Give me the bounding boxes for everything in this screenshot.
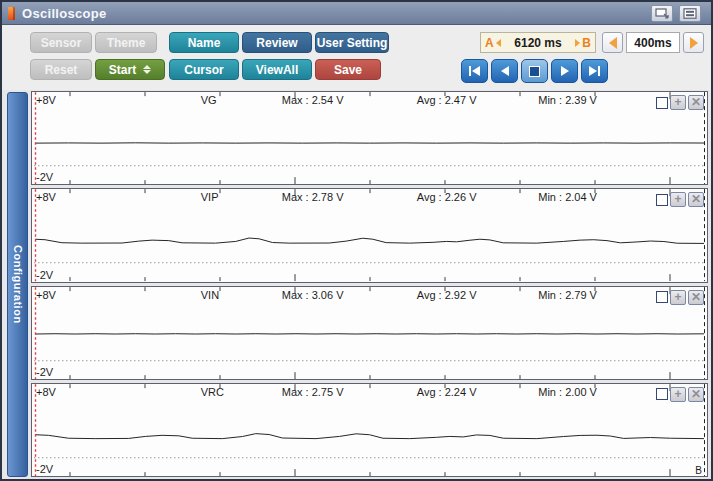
channel-visible-checkbox[interactable]	[656, 194, 668, 206]
channel-avg: Avg : 2.47 V	[417, 94, 477, 106]
theme-button-label: Theme	[107, 36, 146, 50]
channel-min: Min : 2.04 V	[538, 191, 597, 203]
toolbar: Sensor Theme Name Review User Setting Re…	[2, 25, 711, 90]
titlebar: Oscilloscope	[2, 2, 711, 25]
bar-icon	[598, 66, 600, 76]
right-triangle-icon	[589, 66, 597, 76]
name-button[interactable]: Name	[169, 32, 239, 53]
channel-name: VIP	[201, 191, 219, 203]
channel-visible-checkbox[interactable]	[656, 97, 668, 109]
close-channel-button[interactable]: ✕	[688, 95, 704, 110]
window-title: Oscilloscope	[22, 6, 107, 21]
scale-top-label: +8V	[36, 191, 56, 203]
start-button-label: Start	[109, 63, 136, 77]
zoom-in-button[interactable]: +	[670, 192, 686, 207]
left-arrow-icon	[609, 37, 617, 49]
playback-controls	[461, 59, 608, 83]
skip-end-button[interactable]	[581, 59, 608, 83]
channel-max: Max : 2.75 V	[282, 386, 344, 398]
channel-min: Min : 2.39 V	[538, 94, 597, 106]
timebase-decrease-button[interactable]	[602, 32, 623, 53]
channel-max: Max : 2.54 V	[282, 94, 344, 106]
cursor-a-label: A	[485, 36, 494, 50]
right-arrow-icon	[690, 37, 698, 49]
close-channel-button[interactable]: ✕	[688, 290, 704, 305]
user-setting-button[interactable]: User Setting	[315, 32, 389, 53]
configuration-tab-label: Configuration	[12, 245, 24, 324]
review-button-label: Review	[256, 36, 297, 50]
channel-name: VIN	[201, 289, 219, 301]
cursor-button[interactable]: Cursor	[169, 59, 239, 80]
layout-icon	[683, 8, 697, 19]
channel-controls: + ✕	[656, 290, 704, 305]
save-button[interactable]: Save	[315, 59, 381, 80]
channel-name: VRC	[201, 386, 224, 398]
channel-panel-vin: +8V VIN Max : 3.06 V Avg : 2.92 V Min : …	[31, 286, 708, 380]
close-channel-button[interactable]: ✕	[688, 192, 704, 207]
channel-visible-checkbox[interactable]	[656, 291, 668, 303]
channel-controls: + ✕	[656, 95, 704, 110]
play-button[interactable]	[551, 59, 578, 83]
scale-top-label: +8V	[36, 94, 56, 106]
name-button-label: Name	[188, 36, 221, 50]
ab-range-value: 6120 ms	[514, 36, 561, 50]
display-switch-button[interactable]	[651, 5, 673, 22]
channel-panel-vrc: +8V VRC Max : 2.75 V Avg : 2.24 V Min : …	[31, 383, 708, 477]
zoom-in-button[interactable]: +	[670, 290, 686, 305]
oscilloscope-window: Oscilloscope Sensor Theme Name Review Us…	[0, 0, 713, 481]
sensor-button[interactable]: Sensor	[30, 32, 92, 53]
theme-button[interactable]: Theme	[95, 32, 157, 53]
channel-avg: Avg : 2.92 V	[417, 289, 477, 301]
skip-start-button[interactable]	[461, 59, 488, 83]
reset-button-label: Reset	[45, 63, 78, 77]
viewall-button[interactable]: ViewAll	[242, 59, 312, 80]
ab-range-display: A 6120 ms B	[480, 32, 596, 53]
cursor-button-label: Cursor	[184, 63, 223, 77]
channel-min: Min : 2.00 V	[538, 386, 597, 398]
channel-panel-vg: +8V VG Max : 2.54 V Avg : 2.47 V Min : 2…	[31, 91, 708, 185]
scale-bottom-label: -2V	[36, 269, 53, 281]
start-button[interactable]: Start	[95, 59, 165, 80]
sensor-button-label: Sensor	[41, 36, 82, 50]
channel-min: Min : 2.79 V	[538, 289, 597, 301]
waveform-plot-vin	[32, 287, 707, 379]
waveform-plot-vrc	[32, 384, 707, 476]
b-right-arrow-icon	[575, 39, 580, 47]
channel-controls: + ✕	[656, 192, 704, 207]
stop-icon	[529, 66, 540, 77]
reset-button[interactable]: Reset	[30, 59, 92, 80]
channel-visible-checkbox[interactable]	[656, 388, 668, 400]
display-switch-icon	[655, 8, 669, 19]
left-triangle-icon	[472, 66, 480, 76]
timebase-value: 400ms	[626, 32, 680, 53]
channel-controls: + ✕	[656, 387, 704, 402]
step-back-button[interactable]	[491, 59, 518, 83]
cursor-b-label: B	[582, 36, 591, 50]
save-button-label: Save	[334, 63, 362, 77]
channel-name: VG	[201, 94, 217, 106]
zoom-in-button[interactable]: +	[670, 95, 686, 110]
channel-avg: Avg : 2.26 V	[417, 191, 477, 203]
layout-button[interactable]	[679, 5, 701, 22]
app-icon	[8, 7, 15, 20]
stop-button[interactable]	[521, 59, 548, 83]
timebase-increase-button[interactable]	[683, 32, 704, 53]
channel-max: Max : 3.06 V	[282, 289, 344, 301]
scale-bottom-label: -2V	[36, 366, 53, 378]
main-area: Configuration +8V VG Max : 2.54 V Avg : …	[2, 90, 711, 479]
left-triangle-icon	[501, 66, 509, 76]
user-setting-button-label: User Setting	[317, 36, 388, 50]
close-channel-button[interactable]: ✕	[688, 387, 704, 402]
scale-bottom-label: -2V	[36, 171, 53, 183]
channel-max: Max : 2.78 V	[282, 191, 344, 203]
configuration-tab[interactable]: Configuration	[7, 92, 28, 477]
waveform-plot-vip	[32, 189, 707, 281]
review-button[interactable]: Review	[242, 32, 312, 53]
zoom-in-button[interactable]: +	[670, 387, 686, 402]
start-spinner-icon[interactable]	[143, 65, 151, 74]
channel-panels: +8V VG Max : 2.54 V Avg : 2.47 V Min : 2…	[31, 91, 708, 477]
viewall-button-label: ViewAll	[256, 63, 298, 77]
channel-avg: Avg : 2.24 V	[417, 386, 477, 398]
bar-icon	[469, 66, 471, 76]
play-icon	[561, 66, 569, 76]
